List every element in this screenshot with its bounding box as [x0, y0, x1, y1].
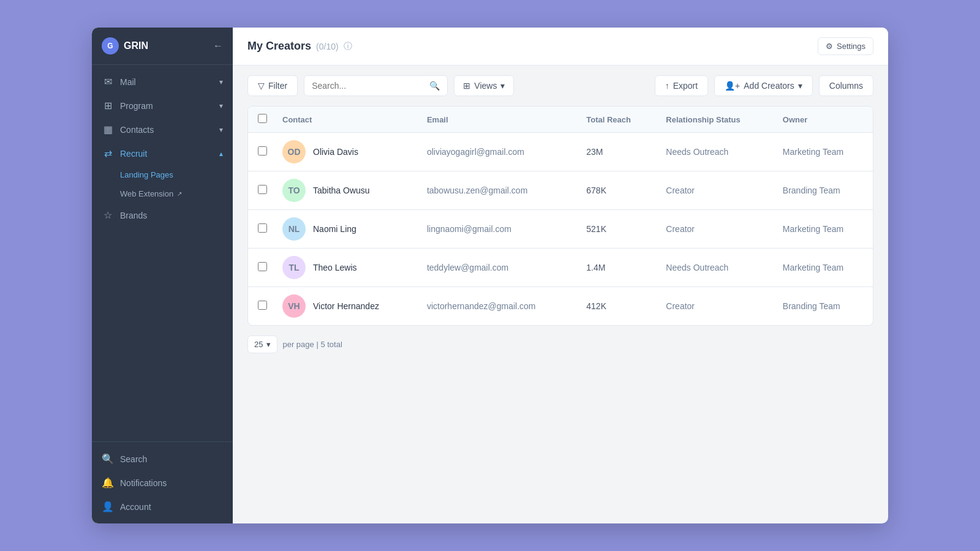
avatar: VH: [282, 294, 306, 318]
contact-cell: NL Naomi Ling: [273, 210, 417, 249]
export-icon: ↑: [665, 81, 669, 91]
avatar: OD: [282, 140, 306, 163]
sidebar-footer-label: Account: [120, 502, 223, 512]
sidebar-header: G GRIN ←: [92, 28, 233, 65]
main-content: My Creators (0/10) ⓘ ⚙ Settings ▽ Filter…: [233, 28, 888, 523]
contacts-icon: ▦: [102, 124, 114, 135]
owner-cell: Branding Team: [773, 171, 873, 210]
select-all-column: [248, 107, 273, 133]
add-creators-button[interactable]: 👤+ Add Creators ▾: [714, 75, 813, 96]
avatar: NL: [282, 217, 306, 241]
columns-button[interactable]: Columns: [819, 75, 873, 96]
app-name: GRIN: [124, 40, 148, 51]
row-checkbox[interactable]: [258, 185, 267, 194]
owner-cell: Marketing Team: [773, 249, 873, 287]
owner-cell: Marketing Team: [773, 210, 873, 249]
sidebar-footer: 🔍 Search 🔔 Notifications 👤 Account: [92, 441, 233, 523]
row-checkbox-cell[interactable]: [248, 171, 273, 210]
select-all-checkbox[interactable]: [258, 114, 267, 123]
relationship-status-cell: Needs Outreach: [656, 133, 772, 171]
creator-count-badge: (0/10): [316, 42, 339, 51]
row-checkbox-cell[interactable]: [248, 287, 273, 326]
settings-label: Settings: [837, 42, 865, 51]
brands-icon: ☆: [102, 209, 114, 221]
page-title: My Creators: [247, 40, 311, 53]
contact-cell: VH Victor Hernandez: [273, 287, 417, 326]
chevron-down-icon: ▾: [219, 102, 223, 110]
row-checkbox-cell[interactable]: [248, 249, 273, 287]
sidebar-item-label: Mail: [120, 77, 213, 87]
contact-name: Victor Hernandez: [313, 301, 379, 311]
email-cell: tabowusu.zen@gmail.com: [417, 171, 576, 210]
sidebar-item-label: Recruit: [120, 149, 213, 159]
main-header: My Creators (0/10) ⓘ ⚙ Settings: [233, 28, 888, 66]
landing-pages-label: Landing Pages: [120, 170, 173, 179]
table-row: TO Tabitha Owusu tabowusu.zen@gmail.com …: [248, 171, 873, 210]
columns-label: Columns: [829, 81, 863, 91]
sidebar-collapse-button[interactable]: ←: [213, 40, 223, 51]
recruit-icon: ⇄: [102, 148, 114, 159]
sidebar-item-label: Contacts: [120, 125, 213, 135]
search-box[interactable]: 🔍: [304, 75, 448, 96]
sidebar-item-label: Program: [120, 101, 213, 111]
contact-cell: OD Olivia Davis: [273, 133, 417, 171]
search-icon: 🔍: [429, 81, 440, 91]
export-label: Export: [673, 81, 698, 91]
search-icon: 🔍: [102, 453, 114, 465]
row-checkbox[interactable]: [258, 223, 267, 233]
table-row: TL Theo Lewis teddylew@gmail.com 1.4M Ne…: [248, 249, 873, 287]
total-reach-cell: 521K: [576, 210, 656, 249]
views-icon: ⊞: [463, 81, 470, 91]
sidebar-sub-item-web-extension[interactable]: Web Extension ↗: [92, 184, 233, 203]
sidebar-item-account[interactable]: 👤 Account: [92, 495, 233, 519]
total-reach-cell: 23M: [576, 133, 656, 171]
contact-name: Theo Lewis: [313, 263, 357, 272]
add-creators-icon: 👤+: [725, 81, 740, 91]
email-cell: victorhernandez@gmail.com: [417, 287, 576, 326]
table-row: NL Naomi Ling lingnaomi@gmail.com 521K C…: [248, 210, 873, 249]
sidebar-item-notifications[interactable]: 🔔 Notifications: [92, 471, 233, 495]
sidebar: G GRIN ← ✉ Mail ▾ ⊞ Program ▾ ▦ Contacts: [92, 28, 233, 523]
row-checkbox-cell[interactable]: [248, 210, 273, 249]
sidebar-footer-label: Notifications: [120, 478, 223, 488]
row-checkbox-cell[interactable]: [248, 133, 273, 171]
row-checkbox[interactable]: [258, 262, 267, 271]
filter-icon: ▽: [258, 81, 265, 91]
chevron-up-icon: ▴: [219, 149, 223, 158]
page-title-area: My Creators (0/10) ⓘ: [247, 40, 352, 53]
views-button[interactable]: ⊞ Views ▾: [454, 75, 514, 96]
sidebar-item-contacts[interactable]: ▦ Contacts ▾: [92, 118, 233, 141]
owner-cell: Marketing Team: [773, 133, 873, 171]
relationship-status-cell: Creator: [656, 171, 772, 210]
avatar: TO: [282, 179, 306, 202]
notifications-icon: 🔔: [102, 477, 114, 489]
filter-button[interactable]: ▽ Filter: [247, 75, 298, 96]
per-page-select[interactable]: 25 ▾: [247, 335, 277, 353]
sidebar-item-search[interactable]: 🔍 Search: [92, 447, 233, 471]
email-cell: lingnaomi@gmail.com: [417, 210, 576, 249]
relationship-status-cell: Needs Outreach: [656, 249, 772, 287]
table-header-row: Contact Email Total Reach Relationship S…: [248, 107, 873, 133]
export-button[interactable]: ↑ Export: [655, 75, 708, 96]
sidebar-sub-item-landing-pages[interactable]: Landing Pages: [92, 165, 233, 184]
search-input[interactable]: [312, 81, 426, 91]
info-icon[interactable]: ⓘ: [344, 41, 352, 52]
sidebar-item-brands[interactable]: ☆ Brands: [92, 203, 233, 227]
pagination-info: per page | 5 total: [282, 340, 342, 349]
email-cell: teddylew@gmail.com: [417, 249, 576, 287]
toolbar: ▽ Filter 🔍 ⊞ Views ▾ ↑ Export 👤+ Add Cre…: [233, 66, 888, 106]
row-checkbox[interactable]: [258, 146, 267, 156]
add-creators-label: Add Creators: [744, 81, 794, 91]
contact-name: Olivia Davis: [313, 147, 358, 157]
row-checkbox[interactable]: [258, 301, 267, 310]
sidebar-nav: ✉ Mail ▾ ⊞ Program ▾ ▦ Contacts ▾ ⇄ Recr…: [92, 65, 233, 441]
settings-button[interactable]: ⚙ Settings: [818, 37, 873, 55]
per-page-value: 25: [254, 340, 263, 349]
sidebar-item-mail[interactable]: ✉ Mail ▾: [92, 70, 233, 94]
email-cell: oliviayogagirl@gmail.com: [417, 133, 576, 171]
sidebar-item-program[interactable]: ⊞ Program ▾: [92, 94, 233, 118]
sidebar-item-recruit[interactable]: ⇄ Recruit ▴: [92, 141, 233, 165]
chevron-down-icon: ▾: [219, 126, 223, 134]
total-reach-column-header: Total Reach: [576, 107, 656, 133]
contact-name: Naomi Ling: [313, 224, 356, 234]
